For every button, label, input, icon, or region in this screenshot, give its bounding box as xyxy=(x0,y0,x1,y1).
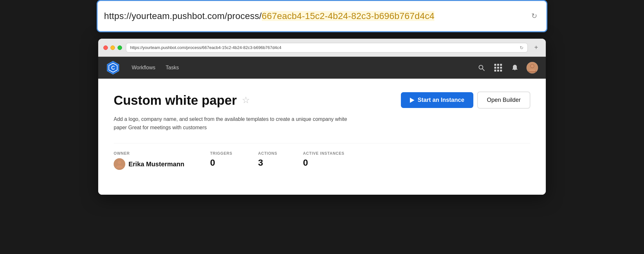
action-buttons: Start an Instance Open Builder xyxy=(401,92,530,109)
actions-label: ACTIONS xyxy=(258,151,277,156)
grid-icon[interactable] xyxy=(493,63,503,73)
nav-links: Workflows Tasks xyxy=(128,62,476,73)
user-avatar[interactable] xyxy=(526,62,538,73)
svg-text:C: C xyxy=(111,65,115,71)
open-builder-button[interactable]: Open Builder xyxy=(477,92,530,109)
svg-point-9 xyxy=(118,161,121,164)
svg-point-7 xyxy=(531,64,534,68)
svg-line-4 xyxy=(482,69,484,71)
owner-avatar xyxy=(114,158,125,170)
address-reload-button[interactable]: ↻ xyxy=(528,10,540,22)
start-instance-button[interactable]: Start an Instance xyxy=(401,92,473,108)
notifications-icon[interactable] xyxy=(510,63,520,73)
active-instances-value: 0 xyxy=(303,158,345,167)
content-header: Custom white paper ☆ Start an Instance O… xyxy=(114,92,530,109)
page-description: Add a logo, company name, and select fro… xyxy=(114,115,358,132)
favorite-star-icon[interactable]: ☆ xyxy=(242,95,250,105)
owner-row: Erika Mustermann xyxy=(114,158,184,170)
triggers-meta: TRIGGERS 0 xyxy=(210,151,232,167)
nav-workflows[interactable]: Workflows xyxy=(128,62,159,73)
start-instance-label: Start an Instance xyxy=(418,97,464,103)
triggers-label: TRIGGERS xyxy=(210,151,232,156)
app-navbar: C Workflows Tasks xyxy=(98,57,546,79)
nav-actions xyxy=(476,62,538,73)
page-title: Custom white paper xyxy=(114,93,237,107)
browser-window: https://yourteam.pushbot.com/process/667… xyxy=(98,39,546,195)
owner-meta: OWNER Erika Mustermann xyxy=(114,151,184,170)
add-tab-button[interactable]: + xyxy=(532,43,541,52)
title-row: Custom white paper ☆ xyxy=(114,93,250,107)
close-button[interactable] xyxy=(103,45,108,50)
actions-value: 3 xyxy=(258,158,277,167)
search-icon[interactable] xyxy=(476,63,487,73)
active-instances-meta: ACTIVE INSTANCES 0 xyxy=(303,151,345,167)
address-bar-overlay: https://yourteam.pushbot.com/process/667… xyxy=(97,0,547,32)
browser-url-text: https://yourteam.pushbot.com/process/667… xyxy=(130,45,281,50)
browser-url-bar[interactable]: https://yourteam.pushbot.com/process/667… xyxy=(126,43,528,53)
address-url-text: https://yourteam.pushbot.com/process/667… xyxy=(104,11,528,21)
owner-name: Erika Mustermann xyxy=(128,161,184,168)
browser-chrome: https://yourteam.pushbot.com/process/667… xyxy=(98,39,546,57)
minimize-button[interactable] xyxy=(110,45,115,50)
traffic-lights xyxy=(103,45,122,50)
triggers-value: 0 xyxy=(210,158,232,167)
actions-meta: ACTIONS 3 xyxy=(258,151,277,167)
main-content: Custom white paper ☆ Start an Instance O… xyxy=(98,79,546,195)
fullscreen-button[interactable] xyxy=(118,45,122,50)
play-icon xyxy=(410,98,414,103)
active-instances-label: ACTIVE INSTANCES xyxy=(303,151,345,156)
app-logo[interactable]: C xyxy=(106,61,120,75)
browser-reload-icon[interactable]: ↻ xyxy=(520,45,524,50)
meta-row: OWNER Erika Mustermann TRIGGERS 0 xyxy=(114,143,530,170)
nav-tasks[interactable]: Tasks xyxy=(162,62,183,73)
owner-label: OWNER xyxy=(114,151,184,156)
